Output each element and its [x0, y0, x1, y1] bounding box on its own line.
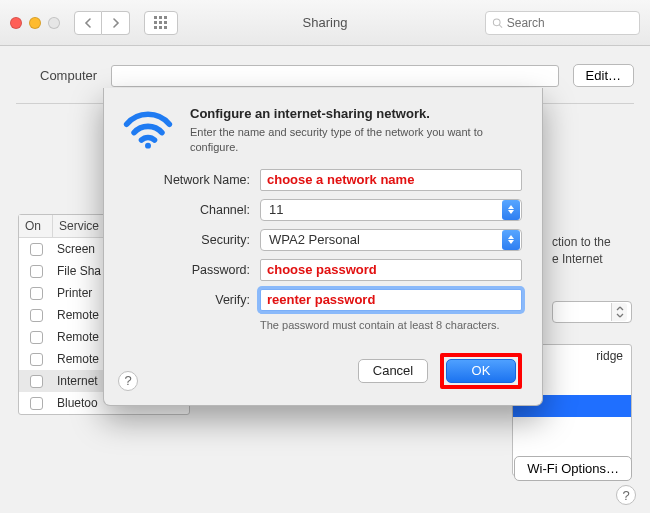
chevron-up-down-icon: [611, 303, 627, 321]
services-header-on: On: [19, 215, 53, 237]
show-all-button[interactable]: [144, 11, 178, 35]
internet-sharing-sheet: Configure an internet-sharing network. E…: [103, 88, 543, 406]
back-button[interactable]: [74, 11, 102, 35]
close-window-button[interactable]: [10, 17, 22, 29]
security-label: Security:: [122, 233, 250, 247]
password-input[interactable]: [260, 259, 522, 281]
computer-name-value: [111, 65, 559, 87]
ok-button-highlight: OK: [440, 353, 522, 389]
chevron-left-icon: [84, 18, 92, 28]
svg-rect-6: [154, 26, 157, 29]
svg-line-10: [499, 25, 502, 28]
svg-rect-4: [159, 21, 162, 24]
sheet-subtitle: Enter the name and security type of the …: [190, 125, 500, 155]
cancel-button[interactable]: Cancel: [358, 359, 428, 383]
stepper-icon: [502, 200, 520, 220]
svg-rect-0: [154, 16, 157, 19]
forward-button[interactable]: [102, 11, 130, 35]
nav-buttons: [74, 11, 130, 35]
service-checkbox[interactable]: [19, 331, 53, 344]
wifi-options-button[interactable]: Wi-Fi Options…: [514, 456, 632, 481]
svg-rect-7: [159, 26, 162, 29]
network-name-input[interactable]: [260, 169, 522, 191]
password-label: Password:: [122, 263, 250, 277]
svg-point-9: [493, 18, 500, 25]
right-text-1: ction to the: [552, 234, 632, 251]
grid-icon: [154, 16, 168, 30]
service-checkbox[interactable]: [19, 375, 53, 388]
window-titlebar: Sharing: [0, 0, 650, 46]
minimize-window-button[interactable]: [29, 17, 41, 29]
stepper-icon: [502, 230, 520, 250]
service-checkbox[interactable]: [19, 243, 53, 256]
verify-label: Verify:: [122, 293, 250, 307]
sharing-pane: Computer Edit… On Service ScreenFile Sha…: [0, 46, 650, 513]
right-text-2: e Internet: [552, 251, 632, 268]
share-from-select[interactable]: [552, 301, 632, 323]
service-checkbox[interactable]: [19, 353, 53, 366]
right-panel-text: ction to the e Internet: [552, 234, 632, 268]
edit-computer-name-button[interactable]: Edit…: [573, 64, 634, 87]
help-button[interactable]: ?: [616, 485, 636, 505]
channel-select[interactable]: 11: [260, 199, 522, 221]
security-select[interactable]: WPA2 Personal: [260, 229, 522, 251]
password-hint: The password must contain at least 8 cha…: [260, 319, 522, 331]
channel-value: 11: [261, 202, 502, 217]
service-checkbox[interactable]: [19, 287, 53, 300]
svg-rect-1: [159, 16, 162, 19]
service-checkbox[interactable]: [19, 309, 53, 322]
sheet-title: Configure an internet-sharing network.: [190, 106, 500, 121]
wifi-icon: [122, 106, 174, 150]
services-header-service: Service: [53, 215, 105, 237]
search-icon: [492, 17, 503, 29]
ok-button[interactable]: OK: [446, 359, 516, 383]
svg-rect-8: [164, 26, 167, 29]
traffic-lights: [10, 17, 60, 29]
svg-rect-2: [164, 16, 167, 19]
zoom-window-button[interactable]: [48, 17, 60, 29]
search-field[interactable]: [485, 11, 640, 35]
sheet-form: Network Name: Channel: 11 Securi: [122, 169, 522, 331]
service-checkbox[interactable]: [19, 265, 53, 278]
svg-point-11: [145, 143, 151, 149]
computer-name-label: Computer: [40, 68, 97, 83]
chevron-right-icon: [112, 18, 120, 28]
sheet-help-button[interactable]: ?: [118, 371, 138, 391]
security-value: WPA2 Personal: [261, 232, 502, 247]
network-name-label: Network Name:: [122, 173, 250, 187]
channel-label: Channel:: [122, 203, 250, 217]
svg-rect-3: [154, 21, 157, 24]
verify-input[interactable]: [260, 289, 522, 311]
service-checkbox[interactable]: [19, 397, 53, 410]
search-input[interactable]: [507, 16, 633, 30]
svg-rect-5: [164, 21, 167, 24]
